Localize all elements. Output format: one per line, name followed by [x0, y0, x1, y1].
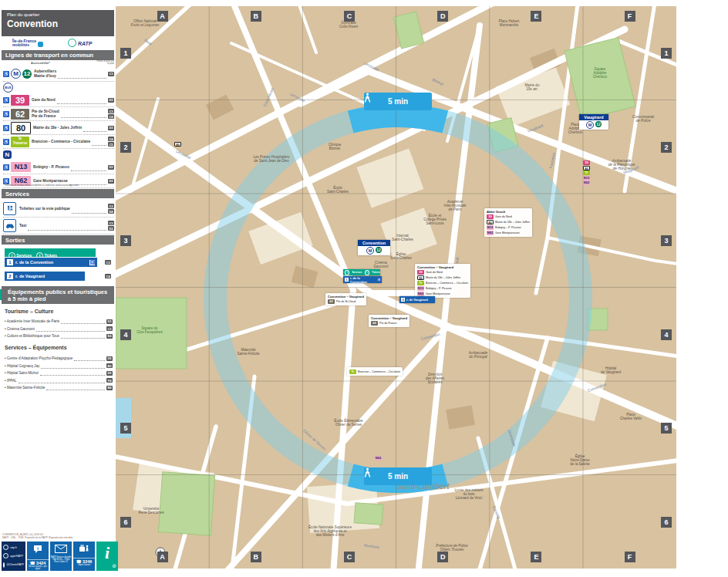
info-icon: i	[345, 270, 349, 275]
exit-label: r. de la Convention	[15, 260, 89, 265]
grid-ref: C3	[108, 221, 114, 225]
grid-ref: D3	[108, 98, 114, 103]
transport-line-row[interactable]: ♿N13Bobigny - P. PicassoD3	[3, 160, 114, 174]
bus-stop-panel[interactable]: Abbé Groult39Gare du Nord80Mairie du 18e…	[484, 208, 532, 237]
grid-letter-B: B	[251, 552, 261, 562]
map-label: Place Hubert Monmarché	[499, 19, 520, 27]
footer-mail-tile-icon	[50, 544, 72, 556]
transport-line-row[interactable]: N	[3, 149, 114, 160]
grid-ref: D3	[108, 126, 114, 130]
equipment-item[interactable]: • Hôpital Cognacq JayB3	[5, 363, 113, 370]
grid-ref: C4	[108, 137, 114, 141]
grid-letter-A: A	[157, 11, 168, 22]
walking-person-icon	[364, 93, 371, 103]
footer-link[interactable]: appli RATP	[3, 553, 24, 558]
equipment-item[interactable]: • Culture et Bibliothèque pour TousE4	[5, 332, 113, 340]
mail-address-line: Paris Cedex 12	[50, 561, 72, 563]
grid-ref: C3	[108, 204, 114, 208]
service-row[interactable]: Toilettes sur la voie publiqueC3D4	[3, 201, 114, 218]
footer-contact-tile[interactable]: ratp.frappli RATP@ClientsRATP	[2, 542, 25, 571]
map-line-chips: 3980TrN13N62	[583, 160, 590, 185]
exit-number: 1	[345, 278, 349, 282]
stop-name: Abbé Groult	[487, 210, 530, 214]
exit-bar-2[interactable]: 2r. de Vaugirard	[5, 272, 85, 281]
map-exit-2[interactable]: 2r. de Vaugirard	[399, 296, 435, 303]
section-equipements: Équipements publics et touristiques à 5 …	[2, 286, 114, 304]
line-12-icon: 12	[595, 121, 602, 127]
footer-info-tile[interactable]: i⊘	[96, 542, 118, 571]
exit-label: r. de Vaugirard	[406, 298, 435, 302]
map-label: Clinique Blomet	[329, 143, 342, 150]
line-chip-39: 39	[583, 160, 590, 165]
map-tickets-bar[interactable]: iServicestTickets	[343, 269, 380, 275]
grid-ref: B3	[106, 363, 113, 368]
grid-ref-chips: D3	[108, 98, 114, 103]
line-chip-TRA: Tr	[583, 170, 590, 175]
bus-stop-panel[interactable]: Convention – Vaugirard62Pte de France	[369, 315, 410, 327]
ratp-logo: RATP	[68, 39, 93, 47]
services-equipements-list: • Centre d'Adaptation Psycho-Pédagogique…	[5, 355, 113, 392]
bus-stop-panel[interactable]: TrBrancion – Commerce – Circulaire	[347, 367, 403, 376]
footer-phone-tile[interactable]: i☎ 3424Service gratuit + prix appel	[27, 542, 49, 571]
map-exit-1[interactable]: 1r. de la Convention♿	[343, 276, 382, 283]
map-label: Préfecture de Police Objets Trouvés	[436, 544, 467, 552]
wheelchair-icon: ♿	[3, 97, 9, 103]
left-sidebar: Plan du quartier Convention Île-de-Franc…	[0, 0, 116, 577]
metro-station-convention[interactable]: ConventionM12	[358, 240, 390, 255]
equipment-item[interactable]: • Académie Inter Musicale de ParisD3	[5, 318, 113, 326]
bus-network-icon: BUS	[3, 83, 13, 93]
map-label: Gymnase Croix-Nivert	[339, 21, 358, 29]
transport-line-row[interactable]: ♿62Pte de St-CloudPte de FranceC3C4	[3, 107, 114, 121]
equipment-item[interactable]: • Cinéma GaumontC3	[5, 326, 113, 333]
equipment-item[interactable]: • Centre d'Adaptation Psycho-Pédagogique…	[5, 355, 113, 363]
bus-line-badge: 80	[11, 122, 31, 134]
five-min-badge: 5 min	[364, 467, 432, 485]
station-name: Convention	[358, 240, 390, 246]
exit-bar-1[interactable]: 1r. de la Convention♿	[5, 258, 97, 267]
exit-number: 2	[401, 298, 405, 302]
line-chip-N62: N62	[583, 181, 590, 185]
copyright-note: CONVENTION_AQM72_04_2019-03 RATP - CML -…	[2, 534, 73, 540]
map-label: Hôpital de Vaugirard	[601, 366, 621, 374]
idf-logo-icon	[38, 42, 43, 47]
equipment-item[interactable]: • Hôpital Saint-MichelD5	[5, 369, 113, 377]
transport-line-row[interactable]: ♿M12AubervilliersMairie d'IssyC3	[3, 66, 114, 82]
footer-lost-found-tile[interactable]: ☎ 3246Objets trouvés	[73, 542, 95, 571]
exit-number: 1	[7, 259, 13, 265]
grid-number-4: 4	[120, 329, 131, 340]
metro-station-vaugirard[interactable]: VaugirardM12	[579, 114, 608, 130]
footer-mail-tile[interactable]: RATP Service clientèleTSA 81250 – 75564P…	[50, 542, 72, 571]
noctilien-network-icon: N	[3, 150, 12, 159]
transport-line-row[interactable]: ♿la TraverseBrancion - Commerce - Circul…	[3, 135, 114, 149]
street-index-sidebar[interactable]: Index des rues Paris Abbé Groult (rue de…	[676, 0, 728, 577]
line-destination: Bobigny - P. Picasso	[33, 165, 69, 169]
service-row[interactable]: TaxiC3D3	[3, 218, 114, 235]
footer-link[interactable]: @ClientsRATP	[3, 562, 24, 568]
line-chip-N62: N62	[375, 456, 382, 461]
bus-stop-panel[interactable]: Convention – Vaugirard62Pte de St-Cloud	[325, 293, 366, 305]
bus-stop-panel[interactable]: Convention – Vaugirard39Gare du Nord80Ma…	[415, 264, 470, 298]
exit-label: r. de Vaugirard	[15, 274, 85, 278]
equipment-item[interactable]: • Maternité Sainte-FélicitéB4	[5, 384, 113, 392]
transport-line-row[interactable]: ♿39Gare du NordD3	[3, 93, 114, 107]
line-chip-62: 62	[371, 321, 378, 326]
grid-letter-E: E	[531, 11, 541, 22]
ticket-icon: t	[365, 270, 369, 275]
map-line-chips: N62	[375, 456, 382, 461]
line-destination: Gare Montparnasse	[33, 179, 68, 183]
grid-number-2: 2	[661, 142, 672, 153]
grid-number-5: 5	[120, 423, 131, 434]
grid-number-1: 1	[120, 48, 131, 59]
grid-letter-D: D	[437, 11, 448, 22]
map-canvas[interactable]: AABBCCDDEEFF1122334455665 min5 minConven…	[116, 6, 676, 569]
equipment-item[interactable]: • IPPALF4	[5, 377, 113, 385]
transport-line-row[interactable]: ♿80Mairie du 18e - Jules JoffrinD3	[3, 121, 114, 135]
transport-line-row[interactable]: BUS	[3, 82, 114, 93]
footer-link[interactable]: ratp.fr	[3, 545, 24, 550]
grid-ref: C5	[108, 142, 114, 147]
map-title-block: Plan du quartier Convention	[2, 10, 114, 36]
globe-icon	[3, 545, 8, 550]
twitter-icon	[3, 562, 5, 568]
map-kicker: Plan du quartier	[7, 12, 114, 17]
ratp-logo-icon	[68, 39, 76, 47]
